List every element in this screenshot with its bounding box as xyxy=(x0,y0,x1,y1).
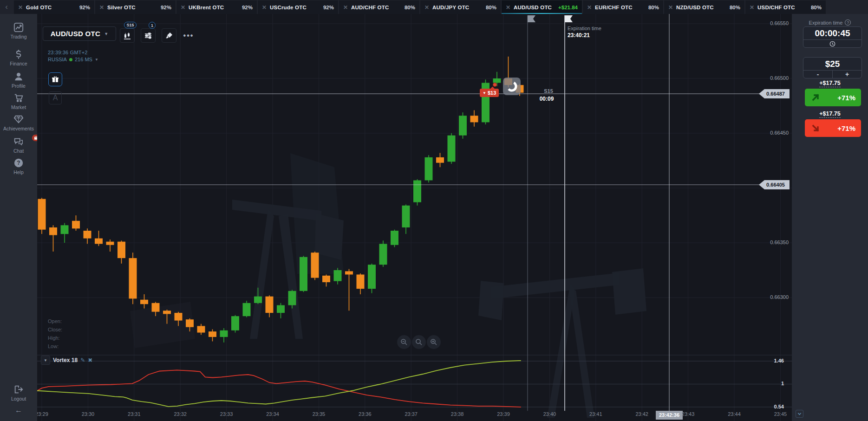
price-axis-label: 0.66550 xyxy=(758,20,789,26)
expiration-time-value[interactable]: 00:00:45 xyxy=(803,27,861,39)
tab-payout-percent: 80% xyxy=(730,5,740,10)
achievements-icon xyxy=(13,114,24,124)
trade-amount-value[interactable]: $25 xyxy=(803,58,861,70)
help-question-icon[interactable]: ? xyxy=(845,19,851,26)
server-selector[interactable]: RUSSIA 216 MS ▼ xyxy=(48,57,98,62)
potential-profit-up-value[interactable]: +$17.75 xyxy=(819,80,841,87)
candle-up xyxy=(425,157,433,181)
time-axis-label: 23:39 xyxy=(489,411,517,417)
expiration-time-label-text: Expiration time xyxy=(809,20,843,26)
amount-increase-button[interactable]: + xyxy=(832,71,861,78)
sidebar-item-label: Market xyxy=(0,104,37,110)
tab-label: UKBrent OTC xyxy=(189,5,224,10)
candlestick-chart-canvas[interactable] xyxy=(37,14,792,421)
buy-up-button[interactable]: +71% xyxy=(805,89,861,106)
close-tab-icon[interactable]: ✕ xyxy=(587,4,592,11)
oil-pump-watermark xyxy=(569,289,594,418)
potential-profit-down-value[interactable]: +$17.75 xyxy=(819,110,841,118)
buy-down-button[interactable]: +71% xyxy=(805,119,861,137)
asset-tab-aud-usd-otc[interactable]: ✕AUD/USD OTC+$21.84 xyxy=(502,0,582,14)
candle-up xyxy=(368,265,376,289)
chart-type-button[interactable] xyxy=(120,28,135,43)
panel-collapse-button[interactable] xyxy=(796,410,803,418)
triangle-down-icon: ▼ xyxy=(483,91,486,95)
pending-trade-spinner xyxy=(503,78,521,95)
sidebar-item-finance[interactable]: Finance xyxy=(0,49,37,66)
potential-profit-down: +$17.75 xyxy=(792,110,868,117)
timeframe-badge: S15 xyxy=(124,22,137,28)
asset-tab-uscrude-otc[interactable]: ✕USCrude OTC92% xyxy=(258,0,338,14)
trading-app: ‹ ✕Gold OTC92%✕Silver OTC92%✕UKBrent OTC… xyxy=(0,0,868,421)
asset-tab-aud-jpy-otc[interactable]: ✕AUD/JPY OTC80% xyxy=(420,0,501,14)
close-tab-icon[interactable]: ✕ xyxy=(668,4,673,11)
chat-icon: 8 xyxy=(13,136,24,147)
indicator-edit-icon[interactable]: ✎ xyxy=(80,357,85,363)
sidebar-item-help[interactable]: ?Help xyxy=(0,158,37,175)
price-axis-label: 0.66500 xyxy=(758,75,789,81)
close-tab-icon[interactable]: ✕ xyxy=(424,4,429,11)
asset-tab-nzd-usd-otc[interactable]: ✕NZD/USD OTC80% xyxy=(664,0,744,14)
close-tab-icon[interactable]: ✕ xyxy=(181,4,185,11)
spinner-icon xyxy=(506,80,518,92)
time-axis-label: 23:34 xyxy=(259,411,287,417)
candle-down xyxy=(49,227,57,235)
close-tab-icon[interactable]: ✕ xyxy=(18,4,23,11)
asset-tab-gold-otc[interactable]: ✕Gold OTC92% xyxy=(14,0,94,14)
sidebar-item-chat[interactable]: 8Chat xyxy=(0,136,37,154)
zoom-out-button[interactable] xyxy=(397,335,411,349)
sidebar-item-trading[interactable]: Trading xyxy=(0,22,37,39)
candles-icon xyxy=(123,32,131,40)
logout-icon xyxy=(13,384,24,395)
candle-down xyxy=(470,116,478,122)
connection-status-dot xyxy=(69,58,72,61)
candle-up xyxy=(402,206,410,227)
time-axis-label: 23:44 xyxy=(720,411,748,417)
asset-tab-aud-chf-otc[interactable]: ✕AUD/CHF OTC80% xyxy=(339,0,419,14)
bonus-gift-button[interactable] xyxy=(48,72,62,86)
sidebar-collapse-arrow-icon[interactable]: ← xyxy=(0,406,37,415)
tabs-scroll-left-icon[interactable]: ‹ xyxy=(2,0,11,14)
amount-decrease-button[interactable]: - xyxy=(803,71,832,78)
asset-tab-usd-chf-otc[interactable]: ✕USD/CHF OTC80% xyxy=(745,0,826,14)
candle-down xyxy=(95,239,103,244)
candle-down xyxy=(84,231,91,239)
symbol-selector-button[interactable]: AUD/USD OTC ▼ xyxy=(43,26,116,41)
indicator-collapse-button[interactable]: ▼ xyxy=(41,356,50,365)
profile-icon xyxy=(13,71,24,82)
indicator-axis-label: 1 xyxy=(765,381,784,386)
sidebar-item-profile[interactable]: Profile xyxy=(0,71,37,89)
close-tab-icon[interactable]: ✕ xyxy=(750,4,754,11)
zoom-in-button[interactable] xyxy=(427,335,441,349)
expiration-clock-button[interactable] xyxy=(803,40,861,47)
candle-up xyxy=(243,303,251,316)
close-tab-icon[interactable]: ✕ xyxy=(506,4,510,11)
indicator-remove-icon[interactable]: ✖ xyxy=(88,357,92,363)
market-icon xyxy=(13,93,24,103)
indicators-button[interactable] xyxy=(141,28,156,43)
watermark-a-button[interactable]: A xyxy=(49,91,62,104)
indicator-name: Vortex 18 xyxy=(53,357,78,363)
asset-tab-eur-chf-otc[interactable]: ✕EUR/CHF OTC80% xyxy=(583,0,663,14)
close-tab-icon[interactable]: ✕ xyxy=(99,4,104,11)
candle-down xyxy=(38,199,46,230)
sidebar-item-label: Finance xyxy=(0,61,37,66)
payout-down-percent: +71% xyxy=(837,124,855,132)
more-tools-button[interactable]: ••• xyxy=(181,28,196,43)
symbol-label: AUD/USD OTC xyxy=(51,30,100,38)
close-tab-icon[interactable]: ✕ xyxy=(262,4,267,11)
ohlc-open-label: Open: xyxy=(48,317,62,325)
time-axis-label: 23:35 xyxy=(305,411,333,417)
asset-tab-ukbrent-otc[interactable]: ✕UKBrent OTC92% xyxy=(176,0,257,14)
drawing-tools-button[interactable] xyxy=(162,28,176,43)
close-tab-icon[interactable]: ✕ xyxy=(343,4,348,11)
candle-up xyxy=(413,180,421,202)
sidebar-item-market[interactable]: Market xyxy=(0,93,37,110)
open-trade-badge[interactable]: ▼ $13 xyxy=(480,89,499,97)
asset-tab-silver-otc[interactable]: ✕Silver OTC92% xyxy=(95,0,176,14)
tab-payout-percent: 92% xyxy=(79,5,90,10)
zoom-reset-button[interactable] xyxy=(412,335,426,349)
chart-area[interactable]: AUD/USD OTC ▼ S15 1 ••• xyxy=(37,14,792,421)
sidebar-item-logout[interactable]: Logout xyxy=(0,384,37,402)
sidebar-item-achievements[interactable]: Achievements xyxy=(0,114,37,131)
tab-label: USCrude OTC xyxy=(270,5,307,10)
